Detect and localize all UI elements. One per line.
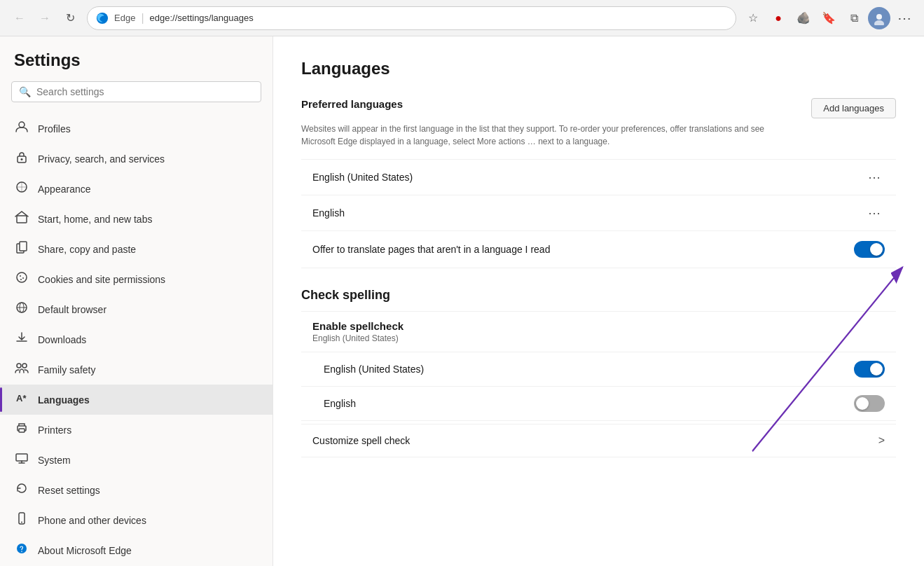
spell-section: Enable spellcheck English (United States… [301,311,896,421]
sidebar-item-about[interactable]: About Microsoft Edge [0,535,273,565]
spell-lang-name-english-us: English (United States) [324,364,424,375]
svg-point-13 [20,279,22,280]
sidebar-button[interactable]: ⧉ [843,7,865,29]
svg-point-1 [876,14,882,20]
sidebar-item-family[interactable]: Family safety [0,354,273,385]
sidebar-item-label-cookies: Cookies and site permissions [38,274,165,285]
spell-enable-info: Enable spellcheck English (United States… [312,320,404,343]
cookies-icon [14,270,29,288]
sidebar-item-downloads[interactable]: Downloads [0,324,273,354]
sidebar-item-start-home[interactable]: Start, home, and new tabs [0,204,273,234]
more-actions-english-us[interactable]: ⋯ [864,168,885,186]
svg-point-10 [17,272,27,282]
customize-spell-check-row[interactable]: Customize spell check > [301,424,896,457]
preferred-languages-section: Preferred languages Add languages Websit… [301,98,896,268]
pref-lang-header: Preferred languages Add languages [301,98,896,118]
languages-icon: A* [14,391,29,408]
profiles-icon [14,120,29,137]
sidebar-item-label-profiles: Profiles [38,123,71,134]
edge-logo-icon [96,12,109,25]
reset-icon [14,481,29,499]
system-icon [14,451,29,469]
spell-toggle-track-english[interactable] [854,395,885,412]
spell-toggle-english-us[interactable] [854,361,885,378]
about-icon [14,541,29,559]
svg-point-17 [17,364,21,368]
customize-label: Customize spell check [312,435,410,446]
sidebar-item-system[interactable]: System [0,445,273,475]
svg-point-5 [21,158,23,160]
check-spelling-section: Check spelling Enable spellcheck English… [301,288,896,457]
spell-toggle-thumb-english [856,397,869,410]
sidebar: Settings 🔍 Profiles Privacy, search, and… [0,36,273,566]
languages-list: English (United States) ⋯ English ⋯ [301,159,896,231]
translate-toggle-thumb [870,243,883,256]
sidebar-item-privacy[interactable]: Privacy, search, and services [0,144,273,174]
address-bar[interactable]: Edge | edge://settings/languages [87,6,736,30]
translate-label: Offer to translate pages that aren't in … [312,244,550,255]
privacy-icon [14,150,29,167]
add-languages-button[interactable]: Add languages [811,98,896,118]
opera-button[interactable]: ● [767,7,789,29]
svg-point-24 [21,522,22,523]
forward-button[interactable]: → [34,7,56,29]
svg-rect-9 [20,242,27,251]
search-box[interactable]: 🔍 [11,81,261,102]
sidebar-item-label-downloads: Downloads [38,334,86,345]
browser-chrome: ← → ↻ Edge | edge://settings/languages ☆… [0,0,924,36]
svg-point-12 [22,277,24,279]
svg-rect-21 [19,429,25,432]
translate-toggle-track[interactable] [854,241,885,258]
sidebar-item-appearance[interactable]: Appearance [0,174,273,204]
sidebar-item-label-default-browser: Default browser [38,304,106,315]
svg-rect-7 [17,216,27,223]
search-icon: 🔍 [19,86,31,97]
profile-button[interactable] [868,7,890,29]
language-item-english-us: English (United States) ⋯ [301,159,896,195]
sidebar-item-cookies[interactable]: Cookies and site permissions [0,264,273,294]
chevron-right-icon: > [878,434,885,447]
extensions-button[interactable]: 🪨 [792,7,815,29]
spell-lang-name-english: English [324,398,356,409]
sidebar-nav: Profiles Privacy, search, and services A… [0,113,273,565]
search-input[interactable] [36,86,254,97]
language-name-english-us: English (United States) [312,172,413,183]
nav-buttons: ← → ↻ [8,7,81,29]
sidebar-item-phone[interactable]: Phone and other devices [0,505,273,535]
translate-toggle[interactable] [854,241,885,258]
back-button[interactable]: ← [8,7,31,29]
sidebar-item-share[interactable]: Share, copy and paste [0,234,273,264]
collections-button[interactable]: 🔖 [818,7,840,29]
pref-lang-title: Preferred languages [301,98,403,110]
sidebar-item-label-start-home: Start, home, and new tabs [38,214,152,225]
sidebar-item-label-about: About Microsoft Edge [38,545,132,556]
sidebar-item-label-system: System [38,455,71,466]
more-actions-english[interactable]: ⋯ [864,204,885,222]
sidebar-item-default-browser[interactable]: Default browser [0,294,273,324]
svg-point-11 [20,275,21,277]
svg-point-2 [874,20,884,25]
address-url: edge://settings/languages [150,13,727,23]
sidebar-item-languages[interactable]: A* Languages [0,385,273,415]
content-area: Languages Preferred languages Add langua… [273,36,924,566]
spell-lang-english: English [301,386,896,420]
refresh-button[interactable]: ↻ [59,7,81,29]
spell-top-row: Enable spellcheck English (United States… [301,311,896,352]
sidebar-item-label-privacy: Privacy, search, and services [38,153,165,165]
sidebar-item-printers[interactable]: Printers [0,415,273,445]
phone-icon [14,511,29,529]
favorites-button[interactable]: ☆ [742,7,764,29]
svg-point-3 [19,122,25,127]
spell-toggle-english[interactable] [854,395,885,412]
sidebar-item-label-printers: Printers [38,424,71,436]
sidebar-item-reset[interactable]: Reset settings [0,475,273,505]
language-item-english: English ⋯ [301,195,896,231]
sidebar-item-label-languages: Languages [38,394,90,406]
svg-text:A*: A* [16,393,27,403]
more-menu-button[interactable]: ⋯ [893,7,916,29]
spell-toggle-thumb-english-us [870,363,883,375]
spell-toggle-track-english-us[interactable] [854,361,885,378]
avatar-icon [872,11,886,25]
sidebar-item-profiles[interactable]: Profiles [0,113,273,144]
sidebar-item-label-share: Share, copy and paste [38,244,136,255]
